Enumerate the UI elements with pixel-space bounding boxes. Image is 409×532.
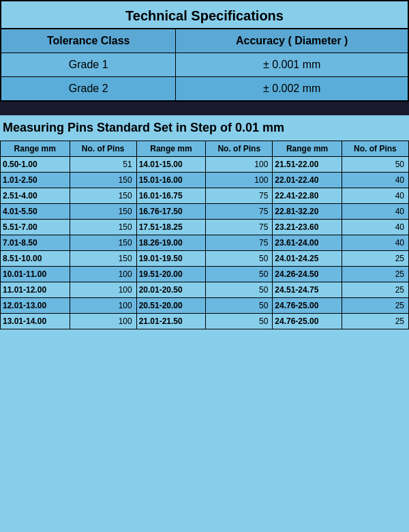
pins-cell-4: 22.41-22.80: [273, 188, 342, 204]
pins-row: 7.01-8.5015018.26-19.007523.61-24.0040: [1, 235, 409, 251]
pins-cell-4: 24.51-24.75: [273, 282, 342, 298]
pins-cell-3: 50: [206, 267, 273, 282]
pins-row: 10.01-11.0010019.51-20.005024.26-24.5025: [1, 267, 409, 282]
accuracy-cell: ± 0.001 mm: [176, 53, 408, 77]
pins-cell-2: 19.01-19.50: [136, 251, 206, 267]
pins-cell-1: 150: [70, 173, 136, 188]
tolerance-class-cell: Grade 2: [1, 77, 176, 102]
pins-cell-3: 50: [206, 282, 273, 298]
pins-cell-1: 150: [70, 188, 136, 204]
pins-cell-5: 40: [342, 173, 408, 188]
pins-cell-4: 24.01-24.25: [273, 251, 342, 267]
pins-cell-3: 75: [206, 220, 273, 235]
pins-cell-0: 11.01-12.00: [1, 282, 70, 298]
pins-cell-5: 25: [342, 298, 408, 314]
pins-cell-5: 40: [342, 188, 408, 204]
accuracy-cell: ± 0.002 mm: [176, 77, 408, 102]
pins-cell-3: 50: [206, 314, 273, 329]
pins-col-header-5: No. of Pins: [342, 141, 408, 157]
pins-cell-0: 0.50-1.00: [1, 157, 70, 173]
pins-cell-0: 10.01-11.00: [1, 267, 70, 282]
pins-cell-5: 25: [342, 314, 408, 329]
measuring-pins-header: Measuring Pins Standard Set in Step of 0…: [0, 115, 409, 141]
pins-cell-2: 21.01-21.50: [136, 314, 206, 329]
tolerance-class-cell: Grade 1: [1, 53, 176, 77]
pins-cell-0: 1.01-2.50: [1, 173, 70, 188]
tolerance-row: Grade 1± 0.001 mm: [1, 53, 408, 77]
tolerance-row: Grade 2± 0.002 mm: [1, 77, 408, 102]
pins-cell-5: 40: [342, 235, 408, 251]
pins-cell-1: 150: [70, 220, 136, 235]
pins-cell-1: 150: [70, 204, 136, 220]
pins-cell-4: 21.51-22.00: [273, 157, 342, 173]
pins-cell-0: 5.51-7.00: [1, 220, 70, 235]
pins-col-header-1: No. of Pins: [70, 141, 136, 157]
pins-cell-1: 100: [70, 282, 136, 298]
pins-cell-1: 100: [70, 298, 136, 314]
pins-cell-4: 24.76-25.00: [273, 314, 342, 329]
pins-row: 5.51-7.0015017.51-18.257523.21-23.6040: [1, 220, 409, 235]
pins-col-header-4: Range mm: [273, 141, 342, 157]
pins-cell-2: 18.26-19.00: [136, 235, 206, 251]
dark-separator: [0, 102, 409, 115]
pins-row: 8.51-10.0015019.01-19.505024.01-24.2525: [1, 251, 409, 267]
pins-cell-4: 22.01-22.40: [273, 173, 342, 188]
pins-cell-1: 51: [70, 157, 136, 173]
accuracy-header: Accuracy ( Diameter ): [176, 29, 408, 53]
pins-cell-4: 24.26-24.50: [273, 267, 342, 282]
tolerance-table: Tolerance Class Accuracy ( Diameter ) Gr…: [0, 28, 409, 102]
tolerance-class-header: Tolerance Class: [1, 29, 176, 53]
pins-col-header-3: No. of Pins: [206, 141, 273, 157]
pins-cell-0: 4.01-5.50: [1, 204, 70, 220]
pins-cell-2: 17.51-18.25: [136, 220, 206, 235]
pins-row: 13.01-14.0010021.01-21.505024.76-25.0025: [1, 314, 409, 329]
pins-cell-1: 150: [70, 251, 136, 267]
pins-cell-4: 24.76-25.00: [273, 298, 342, 314]
pins-cell-5: 40: [342, 204, 408, 220]
pins-cell-5: 25: [342, 282, 408, 298]
pins-row: 11.01-12.0010020.01-20.505024.51-24.7525: [1, 282, 409, 298]
pins-cell-5: 25: [342, 251, 408, 267]
pins-cell-0: 8.51-10.00: [1, 251, 70, 267]
pins-cell-2: 15.01-16.00: [136, 173, 206, 188]
pins-cell-3: 100: [206, 157, 273, 173]
pins-cell-0: 2.51-4.00: [1, 188, 70, 204]
pins-cell-3: 75: [206, 204, 273, 220]
pins-cell-5: 50: [342, 157, 408, 173]
pins-row: 1.01-2.5015015.01-16.0010022.01-22.4040: [1, 173, 409, 188]
pins-row: 2.51-4.0015016.01-16.757522.41-22.8040: [1, 188, 409, 204]
pins-cell-2: 20.01-20.50: [136, 282, 206, 298]
pins-cell-2: 16.01-16.75: [136, 188, 206, 204]
pins-cell-0: 13.01-14.00: [1, 314, 70, 329]
pins-cell-3: 100: [206, 173, 273, 188]
pins-table: Range mmNo. of PinsRange mmNo. of PinsRa…: [0, 141, 409, 329]
pins-cell-4: 23.61-24.00: [273, 235, 342, 251]
main-container: Technical Specifications Tolerance Class…: [0, 0, 409, 329]
pins-cell-1: 100: [70, 267, 136, 282]
pins-cell-4: 23.21-23.60: [273, 220, 342, 235]
pins-cell-0: 7.01-8.50: [1, 235, 70, 251]
pins-cell-2: 19.51-20.00: [136, 267, 206, 282]
pins-cell-3: 50: [206, 298, 273, 314]
tech-spec-header: Technical Specifications: [0, 0, 409, 28]
pins-cell-2: 16.76-17.50: [136, 204, 206, 220]
pins-cell-2: 20.51-20.00: [136, 298, 206, 314]
pins-cell-1: 150: [70, 235, 136, 251]
pins-row: 0.50-1.005114.01-15.0010021.51-22.0050: [1, 157, 409, 173]
pins-cell-0: 12.01-13.00: [1, 298, 70, 314]
pins-cell-3: 50: [206, 251, 273, 267]
pins-col-header-2: Range mm: [136, 141, 206, 157]
pins-row: 4.01-5.5015016.76-17.507522.81-32.2040: [1, 204, 409, 220]
pins-cell-3: 75: [206, 235, 273, 251]
pins-col-header-0: Range mm: [1, 141, 70, 157]
pins-cell-5: 40: [342, 220, 408, 235]
pins-cell-3: 75: [206, 188, 273, 204]
pins-row: 12.01-13.0010020.51-20.005024.76-25.0025: [1, 298, 409, 314]
pins-cell-2: 14.01-15.00: [136, 157, 206, 173]
pins-cell-4: 22.81-32.20: [273, 204, 342, 220]
pins-cell-1: 100: [70, 314, 136, 329]
pins-cell-5: 25: [342, 267, 408, 282]
